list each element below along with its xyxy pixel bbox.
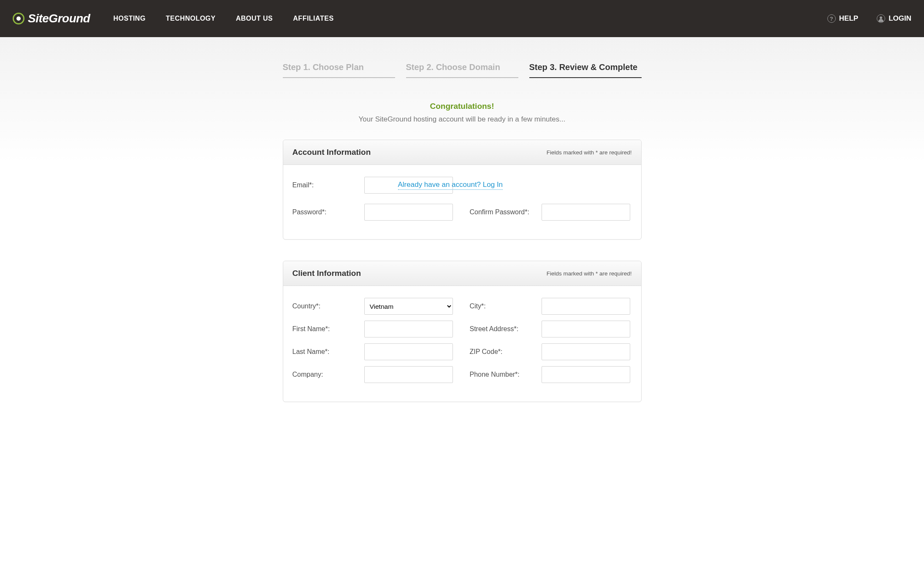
- city-label: City*:: [470, 302, 542, 310]
- nav-hosting[interactable]: HOSTING: [113, 15, 145, 22]
- help-link[interactable]: ? HELP: [827, 14, 858, 23]
- main-nav: HOSTING TECHNOLOGY ABOUT US AFFILIATES: [113, 15, 333, 22]
- phone-number-label: Phone Number*:: [470, 371, 542, 378]
- panel-header: Account Information Fields marked with *…: [283, 140, 641, 165]
- first-name-label: First Name*:: [293, 325, 364, 333]
- password-label: Password*:: [293, 208, 364, 216]
- step-3[interactable]: Step 3. Review & Complete: [529, 62, 642, 78]
- panel-title: Account Information: [293, 148, 371, 157]
- congratulations-subtitle: Your SiteGround hosting account will be …: [283, 115, 642, 124]
- first-name-field[interactable]: [364, 321, 453, 337]
- panel-body: Country*: Vietnam City*: First Name*:: [283, 286, 641, 402]
- required-note: Fields marked with * are required!: [547, 270, 632, 277]
- main: Step 1. Choose Plan Step 2. Choose Domai…: [0, 37, 924, 564]
- step-2[interactable]: Step 2. Choose Domain: [406, 62, 518, 78]
- header-right: ? HELP LOGIN: [827, 14, 911, 23]
- step-1[interactable]: Step 1. Choose Plan: [283, 62, 395, 78]
- city-field[interactable]: [542, 298, 630, 315]
- already-have-account-link[interactable]: Already have an account? Log In: [398, 181, 503, 190]
- confirm-password-field[interactable]: [542, 204, 630, 221]
- congratulations: Congratulations! Your SiteGround hosting…: [283, 102, 642, 124]
- company-field[interactable]: [364, 366, 453, 383]
- nav-technology[interactable]: TECHNOLOGY: [166, 15, 216, 22]
- phone-number-field[interactable]: [542, 366, 630, 383]
- logo-text: SiteGround: [28, 12, 90, 25]
- nav-affiliates[interactable]: AFFILIATES: [293, 15, 333, 22]
- nav-about-us[interactable]: ABOUT US: [236, 15, 273, 22]
- congratulations-title: Congratulations!: [283, 102, 642, 111]
- company-label: Company:: [293, 371, 364, 378]
- last-name-field[interactable]: [364, 343, 453, 360]
- login-label: LOGIN: [889, 14, 911, 23]
- panel-title: Client Information: [293, 269, 361, 278]
- zip-code-field[interactable]: [542, 343, 630, 360]
- help-label: HELP: [839, 14, 858, 23]
- street-address-label: Street Address*:: [470, 325, 542, 333]
- header: SiteGround HOSTING TECHNOLOGY ABOUT US A…: [0, 0, 924, 37]
- account-information-panel: Account Information Fields marked with *…: [283, 140, 642, 240]
- zip-code-label: ZIP Code*:: [470, 348, 542, 356]
- country-label: Country*:: [293, 302, 364, 310]
- container: Step 1. Choose Plan Step 2. Choose Domai…: [283, 62, 642, 402]
- user-icon: [877, 14, 885, 23]
- street-address-field[interactable]: [542, 321, 630, 337]
- help-icon: ?: [827, 14, 836, 23]
- last-name-label: Last Name*:: [293, 348, 364, 356]
- panel-header: Client Information Fields marked with * …: [283, 261, 641, 286]
- confirm-password-label: Confirm Password*:: [470, 208, 542, 216]
- logo[interactable]: SiteGround: [13, 12, 90, 25]
- client-information-panel: Client Information Fields marked with * …: [283, 261, 642, 402]
- login-link[interactable]: LOGIN: [877, 14, 911, 23]
- required-note: Fields marked with * are required!: [547, 149, 632, 156]
- password-field[interactable]: [364, 204, 453, 221]
- country-select[interactable]: Vietnam: [364, 298, 453, 315]
- logo-icon: [13, 13, 24, 24]
- steps: Step 1. Choose Plan Step 2. Choose Domai…: [283, 62, 642, 78]
- email-label: Email*:: [293, 181, 364, 189]
- panel-body: Email*: Already have an account? Log In …: [283, 165, 641, 239]
